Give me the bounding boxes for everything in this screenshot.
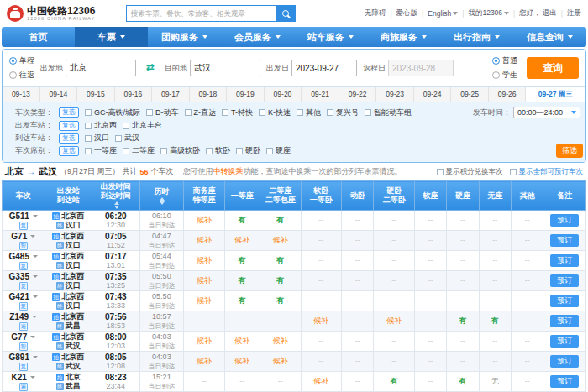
multi-select-button[interactable]: 复选 [59, 121, 79, 131]
search-button[interactable] [276, 5, 296, 22]
filter-option[interactable]: 其他 [297, 107, 321, 118]
date-tab[interactable]: 09-24 [414, 87, 452, 102]
nav-item[interactable]: 商旅服务 [367, 27, 440, 47]
seat-cell[interactable]: 有 [447, 372, 479, 392]
top-link[interactable]: 爱心版 [386, 8, 417, 18]
arrival-note[interactable]: 当日到达 [140, 362, 184, 371]
arrival-note[interactable]: 当日到达 [140, 221, 184, 230]
filter-option[interactable]: T-特快 [222, 107, 253, 118]
filter-option[interactable]: 复兴号 [327, 107, 359, 118]
train-number[interactable]: Z149 [3, 312, 45, 321]
date-tab[interactable]: 09-23 [376, 87, 414, 102]
depart-time-select[interactable]: 00:00—24:00 [513, 107, 580, 118]
from-input[interactable] [66, 60, 136, 76]
logo[interactable]: 中国铁路12306 12306 CHINA RAILWAY [7, 5, 96, 22]
seat-cell[interactable]: 有 [224, 211, 260, 231]
train-number[interactable]: G71 [3, 232, 45, 241]
seat-cell[interactable]: 候补 [184, 352, 224, 372]
date-tab[interactable]: 09-14 [40, 87, 78, 102]
nav-item[interactable]: 首页 [2, 27, 75, 47]
filter-option[interactable]: 汉口 [85, 133, 109, 144]
seat-cell[interactable]: 有 [224, 291, 260, 311]
seat-cell[interactable]: 候补 [260, 231, 301, 251]
top-link[interactable]: English [417, 9, 458, 18]
seat-cell[interactable]: 有 [224, 251, 260, 271]
seat-cell[interactable]: 有 [374, 372, 414, 392]
book-button[interactable]: 预订 [550, 274, 579, 287]
book-button[interactable]: 预订 [550, 295, 579, 307]
arrival-note[interactable]: 当日到达 [140, 281, 184, 290]
filter-option[interactable]: 北京西 [85, 120, 117, 131]
date-tab-selected[interactable]: 09-27 周三 [526, 87, 585, 102]
seat-cell[interactable]: 候补 [224, 352, 260, 372]
seat-cell[interactable]: 候补 [374, 311, 414, 332]
date-tab[interactable]: 09-19 [227, 87, 265, 102]
student-radio[interactable]: 学生 [492, 70, 517, 81]
one-way-radio[interactable]: 单程 [9, 55, 34, 66]
date-tab[interactable]: 09-22 [339, 87, 377, 102]
top-link[interactable]: 无障碍 [365, 8, 386, 18]
multi-select-button[interactable]: 复选 [59, 107, 79, 118]
nav-item[interactable]: 车票 [75, 27, 148, 47]
arrival-note[interactable]: 当日到达 [140, 301, 184, 311]
swap-stations-icon[interactable]: ⇄ [142, 61, 159, 75]
date-tab[interactable]: 09-20 [265, 87, 302, 102]
seat-cell[interactable]: 候补 [184, 271, 224, 291]
filter-option[interactable]: K-快速 [259, 107, 291, 118]
seat-cell[interactable]: 候补 [260, 352, 301, 372]
book-button[interactable]: 预订 [550, 214, 579, 227]
normal-radio[interactable]: 普通 [492, 55, 517, 66]
nav-item[interactable]: 站车服务 [294, 27, 367, 47]
arrival-note[interactable]: 当日到达 [140, 241, 184, 250]
filter-button[interactable]: 筛选 [556, 144, 583, 158]
arrival-note[interactable]: 当日到达 [140, 342, 184, 351]
nav-item[interactable]: 团购服务 [148, 27, 221, 47]
logout-link[interactable]: 退出 [543, 8, 557, 18]
filter-option[interactable]: 北京丰台 [123, 120, 162, 131]
book-button[interactable]: 预订 [550, 234, 579, 247]
seat-cell[interactable]: 候补 [260, 332, 301, 352]
train-number[interactable]: G77 [3, 332, 45, 342]
book-button[interactable]: 预订 [550, 335, 579, 348]
seat-cell[interactable]: 候补 [224, 231, 260, 251]
date-tab[interactable]: 09-25 [451, 87, 489, 102]
train-number[interactable]: G421 [3, 292, 45, 301]
multi-select-button[interactable]: 复选 [59, 133, 79, 144]
filter-option[interactable]: 智能动车组 [365, 107, 412, 118]
sort-icon[interactable] [160, 197, 165, 205]
search-input[interactable] [126, 5, 276, 22]
filter-option[interactable]: 高级软卧 [160, 145, 200, 156]
train-number[interactable]: G485 [3, 252, 45, 261]
date-tab[interactable]: 09-13 [3, 87, 40, 102]
date-tab[interactable]: 09-18 [190, 87, 228, 102]
nav-item[interactable]: 信息查询 [513, 27, 586, 47]
return-date-input[interactable] [388, 60, 454, 76]
seat-cell[interactable]: 候补 [224, 332, 260, 352]
seat-cell[interactable]: 有 [479, 311, 511, 332]
filter-option[interactable]: D-动车 [146, 107, 179, 118]
filter-option[interactable]: 武汉 [115, 133, 139, 144]
train-number[interactable]: G891 [3, 353, 45, 362]
seat-cell[interactable]: 候补 [184, 291, 224, 311]
seat-cell[interactable]: 有 [447, 311, 479, 332]
book-button[interactable]: 预订 [550, 355, 579, 368]
seat-cell[interactable]: 候补 [301, 311, 341, 332]
seat-cell[interactable]: 有 [224, 271, 260, 291]
register-link[interactable]: 注册 [557, 8, 581, 18]
filter-option[interactable]: 硬座 [266, 145, 291, 156]
arrival-note[interactable]: 当日到达 [140, 261, 184, 270]
filter-option[interactable]: 一等座 [85, 145, 117, 156]
display-option[interactable]: 显示积分兑换车次 [437, 167, 503, 177]
seat-cell[interactable]: 有 [260, 271, 301, 291]
book-button[interactable]: 预订 [550, 254, 579, 267]
top-link[interactable]: 我的12306 [458, 8, 509, 18]
transfer-link[interactable]: 中转换乘 [213, 167, 244, 175]
nav-item[interactable]: 出行指南 [440, 27, 513, 47]
sort-icon[interactable] [114, 201, 119, 209]
nav-item[interactable]: 会员服务 [221, 27, 294, 47]
date-tab[interactable]: 09-15 [77, 87, 115, 102]
date-tab[interactable]: 09-16 [115, 87, 153, 102]
arrival-note[interactable]: 当日到达 [140, 382, 184, 391]
seat-cell[interactable]: 候补 [184, 332, 224, 352]
arrival-note[interactable]: 当日到达 [140, 321, 184, 331]
